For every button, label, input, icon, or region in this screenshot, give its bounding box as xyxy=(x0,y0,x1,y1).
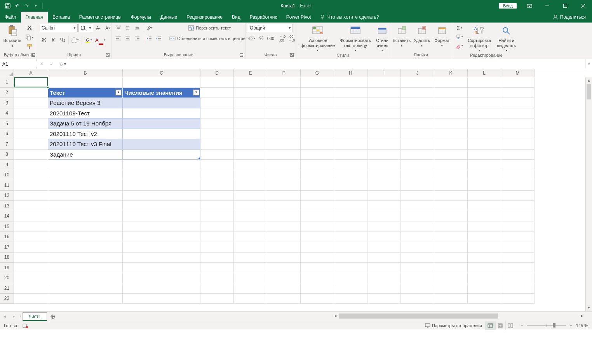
cell[interactable] xyxy=(267,294,301,304)
cell[interactable] xyxy=(301,160,334,170)
cell[interactable] xyxy=(401,273,434,284)
cell[interactable] xyxy=(234,118,267,129)
cell[interactable] xyxy=(123,98,200,108)
row-header[interactable]: 17 xyxy=(0,242,14,253)
cell[interactable] xyxy=(48,201,123,211)
cell[interactable] xyxy=(200,108,234,119)
row-header[interactable]: 4 xyxy=(0,108,14,119)
cell[interactable] xyxy=(48,273,123,284)
cell[interactable] xyxy=(123,263,200,273)
cell[interactable] xyxy=(200,242,234,253)
cell[interactable] xyxy=(123,242,200,253)
cell[interactable]: 20201110 Тест v3 Final xyxy=(48,139,123,150)
cell[interactable] xyxy=(434,242,468,253)
format-painter-button[interactable] xyxy=(24,42,35,51)
cell[interactable] xyxy=(234,263,267,273)
cell[interactable] xyxy=(367,129,401,139)
cell[interactable] xyxy=(401,129,434,139)
cell[interactable] xyxy=(123,294,200,304)
cell[interactable] xyxy=(301,150,334,160)
cell-styles-button[interactable]: Стили ячеек▾ xyxy=(374,24,391,53)
cell[interactable] xyxy=(123,160,200,170)
cell[interactable] xyxy=(301,221,334,232)
row-header[interactable]: 10 xyxy=(0,170,14,181)
cell[interactable] xyxy=(301,129,334,139)
cell[interactable] xyxy=(367,150,401,160)
cell[interactable] xyxy=(334,283,367,294)
cell[interactable] xyxy=(267,77,301,88)
cell[interactable] xyxy=(468,108,501,119)
minimize-button[interactable] xyxy=(538,0,556,12)
cell[interactable] xyxy=(267,263,301,273)
cell[interactable] xyxy=(234,221,267,232)
cell[interactable] xyxy=(267,273,301,284)
cell[interactable] xyxy=(48,160,123,170)
cell[interactable] xyxy=(200,232,234,242)
name-box[interactable]: ▼ xyxy=(0,59,37,69)
scroll-track[interactable] xyxy=(586,84,592,305)
cell[interactable] xyxy=(301,201,334,211)
decrease-decimal-button[interactable]: .00→.0 xyxy=(287,34,296,43)
shrink-font-button[interactable]: A▾ xyxy=(103,24,112,32)
cell[interactable] xyxy=(501,88,535,98)
cell[interactable] xyxy=(234,139,267,150)
cell[interactable] xyxy=(200,263,234,273)
cell[interactable] xyxy=(468,129,501,139)
cell[interactable] xyxy=(48,242,123,253)
cell[interactable] xyxy=(501,263,535,273)
cell[interactable] xyxy=(434,201,468,211)
cell[interactable] xyxy=(234,77,267,88)
increase-decimal-button[interactable]: ←.0.00 xyxy=(278,34,287,43)
cell[interactable] xyxy=(401,283,434,294)
dialog-launcher-icon[interactable] xyxy=(290,53,294,57)
cell[interactable] xyxy=(267,253,301,263)
cell[interactable] xyxy=(367,77,401,88)
tab-insert[interactable]: Вставка xyxy=(48,12,75,23)
sheet-prev-button[interactable]: ◄ xyxy=(0,312,9,321)
cell[interactable] xyxy=(301,170,334,181)
tab-power-pivot[interactable]: Power Pivot xyxy=(282,12,316,23)
cut-button[interactable] xyxy=(24,24,35,32)
row-header[interactable]: 5 xyxy=(0,118,14,129)
cell[interactable] xyxy=(334,77,367,88)
accept-formula-button[interactable]: ✓ xyxy=(47,59,57,69)
cell[interactable] xyxy=(48,253,123,263)
cell[interactable] xyxy=(434,232,468,242)
insert-function-button[interactable]: fx xyxy=(57,59,67,69)
cell[interactable] xyxy=(334,108,367,119)
cell[interactable] xyxy=(14,211,48,222)
normal-view-button[interactable] xyxy=(485,321,495,330)
share-button[interactable]: Поделиться xyxy=(549,12,590,23)
cell[interactable] xyxy=(501,273,535,284)
cell[interactable] xyxy=(14,283,48,294)
fill-color-button[interactable]: ▾ xyxy=(84,36,93,44)
cell[interactable] xyxy=(401,201,434,211)
cell[interactable] xyxy=(123,273,200,284)
cell[interactable] xyxy=(501,150,535,160)
cell[interactable] xyxy=(267,108,301,119)
cell[interactable] xyxy=(401,263,434,273)
column-header[interactable]: D xyxy=(200,69,234,77)
copy-button[interactable]: ▾ xyxy=(24,33,35,42)
cell[interactable] xyxy=(200,118,234,129)
cell[interactable] xyxy=(234,294,267,304)
tab-developer[interactable]: Разработчик xyxy=(245,12,282,23)
cell[interactable] xyxy=(48,191,123,201)
cell[interactable] xyxy=(123,108,200,119)
cell[interactable] xyxy=(301,232,334,242)
cell[interactable] xyxy=(14,139,48,150)
cell[interactable] xyxy=(434,88,468,98)
autosum-button[interactable]: Σ▾ xyxy=(454,24,464,32)
cell[interactable] xyxy=(401,253,434,263)
undo-icon[interactable]: ↶ xyxy=(13,2,21,10)
cell[interactable] xyxy=(14,180,48,191)
cell[interactable] xyxy=(267,242,301,253)
row-header[interactable]: 22 xyxy=(0,294,14,304)
tab-page-layout[interactable]: Разметка страницы xyxy=(75,12,126,23)
cell[interactable] xyxy=(367,118,401,129)
row-header[interactable]: 14 xyxy=(0,211,14,222)
cell[interactable] xyxy=(267,221,301,232)
bold-button[interactable]: Ж xyxy=(40,36,48,44)
row-header[interactable]: 12 xyxy=(0,191,14,201)
cell[interactable] xyxy=(301,253,334,263)
